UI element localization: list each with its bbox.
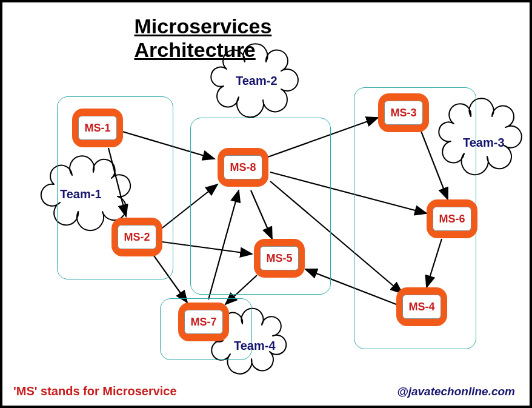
node-ms4: MS-4 (396, 287, 447, 326)
diagram-title: Microservices Architecture (135, 15, 398, 62)
node-ms8-label: MS-8 (224, 155, 262, 179)
node-ms2-label: MS-2 (118, 225, 156, 249)
footer-note: 'MS' stands for Microservice (13, 384, 177, 398)
node-ms3-label: MS-3 (384, 101, 423, 125)
node-ms8: MS-8 (218, 148, 268, 187)
diagram-frame: Microservices Architecture (0, 0, 532, 408)
label-team4: Team-4 (234, 339, 276, 353)
node-ms6-label: MS-6 (433, 207, 471, 231)
node-ms5-label: MS-5 (260, 246, 299, 270)
node-ms4-label: MS-4 (402, 295, 441, 319)
footer-attribution: @javatechonline.com (397, 385, 515, 398)
node-ms3: MS-3 (378, 93, 429, 132)
node-ms5: MS-5 (254, 239, 305, 278)
node-ms7: MS-7 (178, 303, 229, 341)
node-ms1-label: MS-1 (78, 116, 117, 140)
node-ms1: MS-1 (72, 109, 123, 147)
label-team3: Team-3 (463, 136, 505, 150)
node-ms2: MS-2 (111, 218, 162, 256)
node-ms7-label: MS-7 (184, 310, 223, 334)
node-ms6: MS-6 (427, 199, 477, 238)
label-team2: Team-2 (236, 74, 278, 88)
label-team1: Team-1 (60, 187, 102, 201)
